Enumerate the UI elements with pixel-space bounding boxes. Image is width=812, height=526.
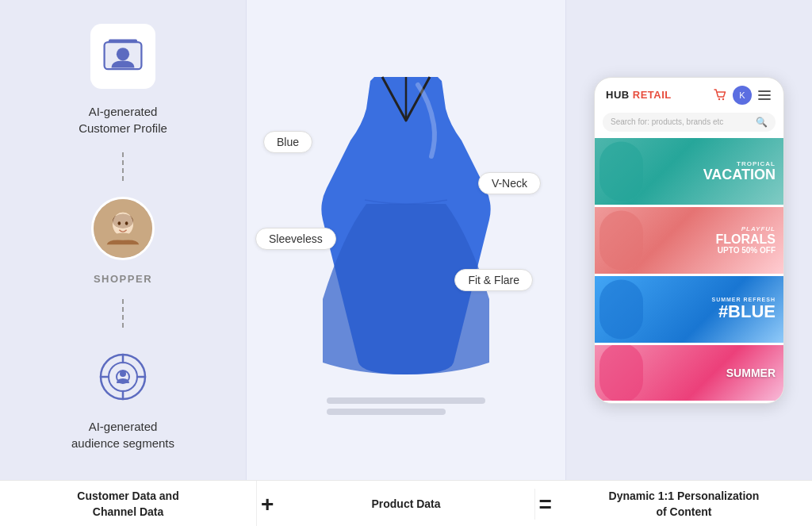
- banner-florals-label: Playful: [715, 225, 776, 232]
- menu-icon: [756, 87, 772, 103]
- equals-operator: =: [535, 492, 556, 517]
- ai-customer-profile-label: AI-generated Customer Profile: [79, 103, 167, 136]
- dashed-line-1: [122, 152, 124, 181]
- svg-point-8: [125, 221, 128, 225]
- audience-icon-wrap: [90, 344, 156, 410]
- plus-operator: +: [257, 492, 278, 517]
- customer-profile-icon: [102, 35, 144, 78]
- tag-blue: Blue: [263, 131, 312, 153]
- tag-fitflare: Fit & Flare: [454, 269, 533, 291]
- svg-point-7: [118, 221, 121, 225]
- main-container: AI-generated Customer Profile: [0, 0, 812, 526]
- bottom-section: Customer Data andChannel Data + Product …: [0, 480, 812, 526]
- personalization-label: Dynamic 1:1 Personalizationof Content: [609, 489, 760, 520]
- search-placeholder: Search for: products, brands etc: [611, 117, 751, 126]
- phone-header: HUB RETAIL K: [595, 78, 783, 109]
- banner-summer-text: SUMMER: [726, 367, 776, 379]
- phone-search-bar[interactable]: Search for: products, brands etc 🔍: [603, 113, 776, 132]
- banner-florals: Playful FLORALS UPTO 50% OFF: [595, 207, 783, 274]
- svg-rect-2: [109, 39, 137, 42]
- profile-icon-wrap: [90, 24, 155, 89]
- middle-column: Blue V-Neck Sleeveless Fit & Flare: [246, 0, 566, 480]
- audience-segments-label: AI-generated audience segments: [71, 418, 174, 451]
- banner-blue: SUMMER REFRESH #BLUE: [595, 276, 783, 343]
- person-florals-shape: [599, 210, 643, 270]
- customer-data-label: Customer Data andChannel Data: [77, 489, 178, 520]
- banner-summer: SUMMER: [595, 345, 783, 401]
- left-column: AI-generated Customer Profile: [0, 0, 246, 480]
- dress-container: Blue V-Neck Sleeveless Fit & Flare: [295, 61, 517, 378]
- person-summer-shape: [599, 345, 643, 401]
- banner-tropical-text: TROPICAL VACATION: [703, 159, 776, 182]
- banner-summer-label: SUMMER: [726, 367, 776, 379]
- product-line-1: [327, 397, 485, 404]
- top-section: AI-generated Customer Profile: [0, 0, 812, 480]
- svg-point-19: [718, 98, 720, 99]
- banner-florals-text: Playful FLORALS UPTO 50% OFF: [715, 225, 776, 255]
- banner-blue-main: #BLUE: [711, 302, 776, 321]
- search-icon: 🔍: [756, 117, 768, 128]
- bottom-left-item: Customer Data andChannel Data: [0, 481, 257, 526]
- bottom-right-item: Dynamic 1:1 Personalizationof Content: [556, 481, 812, 526]
- banner-florals-discount: UPTO 50% OFF: [715, 246, 776, 255]
- banner-florals-main: FLORALS: [715, 232, 776, 247]
- product-line-2: [327, 409, 446, 415]
- person-tropical-shape: [599, 141, 643, 201]
- banner-tropical: TROPICAL VACATION: [595, 138, 783, 205]
- banner-blue-text: SUMMER REFRESH #BLUE: [711, 297, 776, 321]
- tag-vneck: V-Neck: [478, 172, 541, 194]
- phone-icons: K: [712, 86, 772, 105]
- tag-sleeveless: Sleeveless: [255, 228, 336, 250]
- right-column: HUB RETAIL K: [566, 0, 812, 480]
- person-blue-shape: [599, 279, 643, 339]
- svg-point-1: [117, 48, 129, 60]
- user-icon-circle: K: [733, 86, 752, 105]
- svg-point-20: [722, 98, 724, 99]
- banner-tropical-main: VACATION: [703, 167, 776, 182]
- audience-segments-icon: [98, 351, 148, 402]
- dress-svg: [295, 61, 517, 378]
- cart-icon: [712, 87, 728, 103]
- bottom-middle-item: Product Data: [278, 489, 534, 520]
- dashed-line-2: [122, 299, 124, 328]
- shopper-avatar: [91, 197, 155, 260]
- svg-point-17: [120, 371, 126, 377]
- product-data-label: Product Data: [371, 497, 440, 513]
- product-description-lines: [327, 393, 485, 420]
- phone-mockup: HUB RETAIL K: [594, 77, 784, 404]
- shopper-label: SHOPPER: [94, 273, 152, 285]
- hub-logo: HUB RETAIL: [606, 89, 672, 101]
